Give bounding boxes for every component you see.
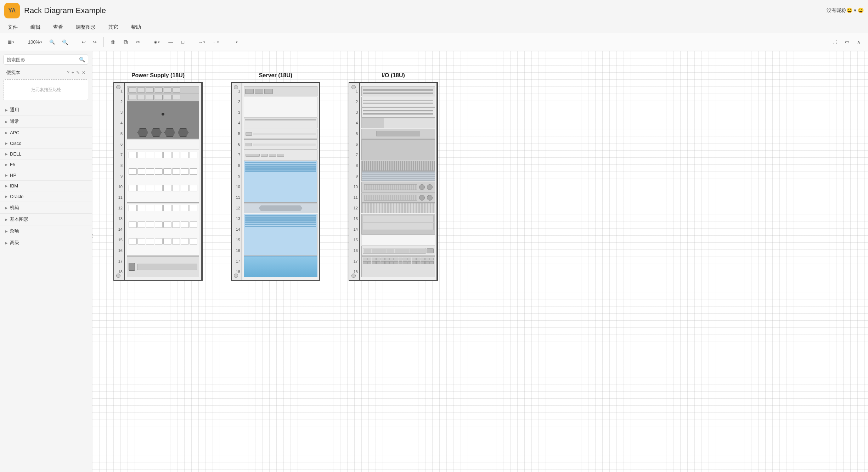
zoom-in-btn[interactable]: 🔍 [46,37,58,47]
sidebar-item-f5[interactable]: ▶ F5 [0,159,92,170]
io-unit-18[interactable] [361,86,435,96]
connect-btn[interactable]: → ▾ [195,37,208,47]
connect-dropdown-arrow: ▾ [203,40,205,44]
io-unit-12-13[interactable] [361,139,435,160]
corner-io-bl [351,274,356,278]
sidebar-item-basic[interactable]: ▶ 基本图形 [0,213,92,225]
page-dropdown-arrow: ▾ [12,40,14,44]
io-unit-8[interactable] [361,192,435,203]
io-unit-9[interactable] [361,182,435,192]
sidebar-item-advanced[interactable]: ▶ 高级 [0,237,92,248]
fullscreen-icon: ⛶ [833,39,837,45]
io-unit-11[interactable] [361,161,435,171]
srv-unit-1-2[interactable] [244,256,317,277]
fill-btn[interactable]: ◈ ▾ [151,37,163,47]
shape-btn[interactable]: □ [178,37,187,47]
menu-adjust[interactable]: 调整图形 [74,23,98,32]
sidebar-item-common[interactable]: ▶ 通常 [0,116,92,127]
srv-unit-12[interactable] [244,150,317,160]
ps-unit-3-7[interactable] [127,203,199,256]
srv-unit-3-6[interactable] [244,214,317,256]
redo-icon: ↪ [93,39,97,45]
cat-arrow-hp: ▶ [5,173,8,177]
scratch-edit-icon[interactable]: ✎ [76,70,80,75]
menu-other[interactable]: 其它 [106,23,120,32]
menu-view[interactable]: 查看 [51,23,65,32]
add-btn[interactable]: + ▾ [230,37,241,47]
scratch-help-icon[interactable]: ? [67,70,69,75]
cat-arrow-f5: ▶ [5,163,8,167]
menu-edit[interactable]: 编辑 [28,23,43,32]
sidebar-item-general[interactable]: ▶ 通用 [0,104,92,116]
sidebar-item-ibm[interactable]: ▶ IBM [0,180,92,191]
io-unit-14[interactable] [361,129,435,139]
separator-1 [21,37,21,47]
io-unit-10[interactable] [361,171,435,181]
sidebar-item-misc[interactable]: ▶ 杂项 [0,225,92,237]
srv-unit-8-11[interactable] [244,161,317,203]
copy-btn[interactable]: ⧉ [120,37,131,47]
cat-arrow-advanced: ▶ [5,241,8,245]
resize-handle[interactable] [91,51,92,472]
srv-unit-7[interactable] [244,203,317,213]
rn-srv-16: 16 [232,245,242,256]
scratch-close-icon[interactable]: ✕ [82,70,85,75]
io-unit-4 [361,235,435,245]
split-btn[interactable]: ▭ [842,37,852,47]
search-box[interactable]: 🔍 [4,55,88,64]
ps-unit-1-2[interactable] [127,256,199,277]
canvas-area[interactable]: Power Supply (18U) 18 17 16 15 14 13 12 [92,51,868,472]
io-unit-16[interactable] [361,107,435,118]
cut-btn[interactable]: ✂ [133,37,143,47]
sidebar-item-oracle[interactable]: ▶ Oracle [0,191,92,202]
page-btn[interactable]: ▦ ▾ [4,37,17,47]
rack-server: Server (18U) 18 17 16 15 14 13 12 11 [231,72,320,281]
cat-arrow-apc: ▶ [5,131,8,135]
io-unit-5-6[interactable] [361,214,435,235]
rack-srv-units [242,83,320,280]
srv-unit-14[interactable] [244,129,317,139]
menu-file[interactable]: 文件 [6,23,20,32]
rn-io-6: 6 [349,139,359,150]
sidebar-item-cisco[interactable]: ▶ Cisco [0,138,92,148]
ps-unit-14-18[interactable] [127,86,199,139]
waypoint-btn[interactable]: ⌐ ▾ [210,37,222,47]
zoom-out-btn[interactable]: 🔍 [59,37,71,47]
rn-io-4: 4 [349,118,359,128]
srv-unit-13[interactable] [244,139,317,150]
ps-unit-8-12[interactable] [127,150,199,203]
sidebar-item-apc[interactable]: ▶ APC [0,127,92,138]
delete-btn[interactable]: 🗑 [107,37,118,47]
srv-unit-15[interactable] [244,118,317,128]
line-btn[interactable]: — [165,37,176,47]
search-icon: 🔍 [79,57,85,62]
rn-ps-3: 3 [114,107,124,118]
io-unit-7[interactable] [361,203,435,213]
io-unit-17[interactable] [361,97,435,107]
io-unit-15[interactable] [361,118,435,128]
sidebar-item-chassis[interactable]: ▶ 机箱 [0,202,92,213]
menu-help[interactable]: 帮助 [129,23,143,32]
user-area[interactable]: 没有昵称😀 ▾ 😀 [827,7,864,14]
io-unit-3[interactable] [361,246,435,256]
collapse-btn[interactable]: ∧ [854,37,864,47]
undo-btn[interactable]: ↩ [79,37,89,47]
rn-srv-9: 9 [232,171,242,181]
srv-unit-16-17[interactable] [244,97,317,118]
rn-ps-11: 11 [114,192,124,203]
rack-io-body: 18 17 16 15 14 13 12 11 10 9 8 7 6 5 [349,82,438,281]
zoom-level-btn[interactable]: 100% ▾ [25,37,45,47]
menu-bar: 文件 编辑 查看 调整图形 其它 帮助 [0,21,868,33]
sidebar-item-dell[interactable]: ▶ DELL [0,148,92,159]
search-input[interactable] [7,57,79,62]
srv-unit-18[interactable] [244,86,317,96]
fill-icon: ◈ [154,39,157,45]
io-unit-1-2[interactable] [361,256,435,277]
fullscreen-btn[interactable]: ⛶ [829,37,840,47]
rn-ps-6: 6 [114,139,124,150]
rn-ps-8: 8 [114,160,124,171]
scratch-add-icon[interactable]: + [72,70,74,75]
rack-ps-numbers: 18 17 16 15 14 13 12 11 10 9 8 7 6 5 [114,83,124,280]
waypoint-dropdown-arrow: ▾ [217,40,219,44]
sidebar-item-hp[interactable]: ▶ HP [0,170,92,180]
